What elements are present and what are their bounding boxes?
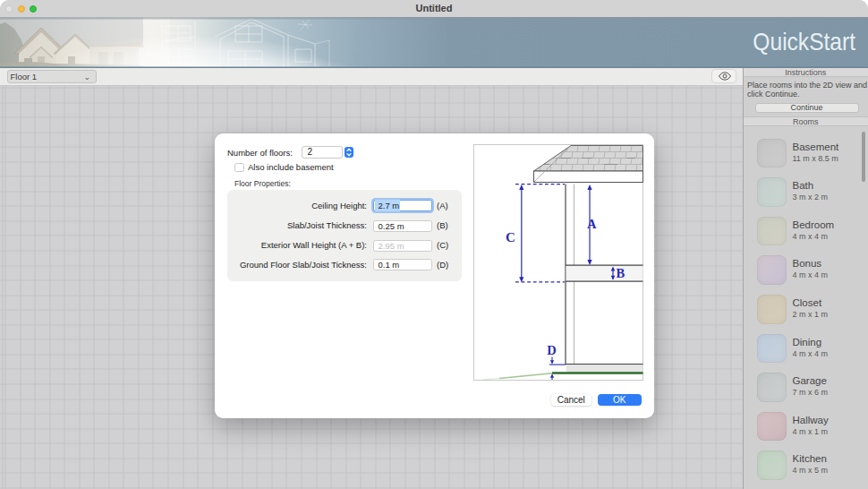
- svg-text:A: A: [587, 217, 597, 231]
- svg-text:B: B: [616, 266, 625, 280]
- svg-text:C: C: [506, 229, 515, 244]
- svg-text:D: D: [547, 342, 556, 356]
